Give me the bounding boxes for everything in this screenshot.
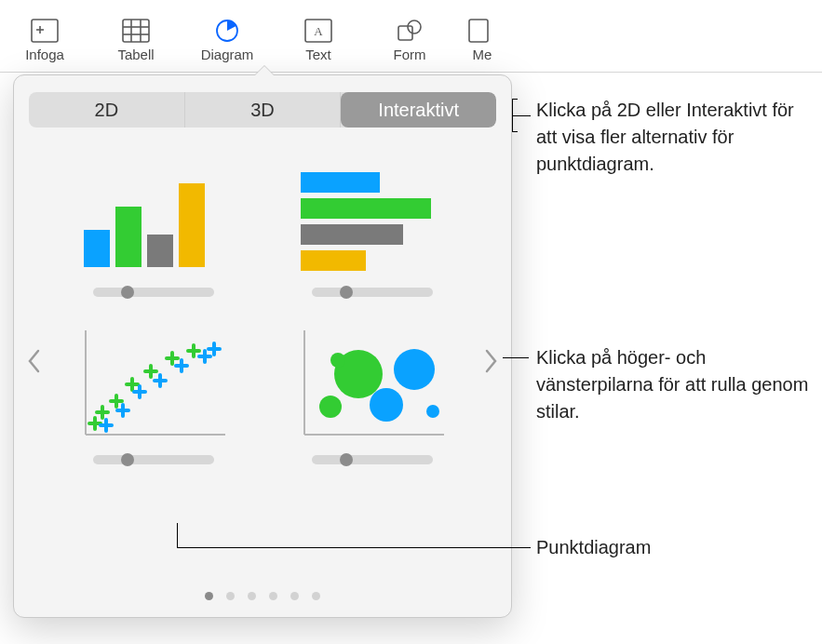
annotation-scatter: Punktdiagram <box>536 534 651 561</box>
toolbar-shape-label: Form <box>394 47 426 62</box>
page-dot[interactable] <box>312 592 320 600</box>
annotation-arrows: Klicka på höger- och vänsterpilarna för … <box>536 344 810 425</box>
chart-style-scatter[interactable] <box>64 323 242 464</box>
svg-rect-16 <box>147 235 173 267</box>
gallery-prev-arrow[interactable] <box>23 345 44 377</box>
toolbar-chart-label: Diagram <box>201 47 254 62</box>
toolbar-shape[interactable]: Form <box>372 18 447 62</box>
gallery-next-arrow[interactable] <box>481 345 502 377</box>
chart-style-bubble[interactable] <box>283 323 461 464</box>
svg-point-59 <box>426 405 439 418</box>
toolbar-text-label: Text <box>305 47 331 62</box>
annotations: Klicka på 2D eller Interaktivt för att v… <box>521 0 810 644</box>
svg-rect-15 <box>115 207 141 267</box>
tab-2d[interactable]: 2D <box>29 92 185 127</box>
svg-point-56 <box>370 388 403 422</box>
tab-3d[interactable]: 3D <box>185 92 342 127</box>
svg-rect-21 <box>301 250 366 271</box>
chart-icon <box>213 18 241 44</box>
page-dot[interactable] <box>205 592 213 600</box>
toolbar-insert[interactable]: Infoga <box>7 18 82 62</box>
table-icon <box>122 18 150 44</box>
svg-rect-13 <box>469 20 488 42</box>
color-slider[interactable] <box>312 288 433 297</box>
chart-style-gallery <box>29 144 496 464</box>
toolbar-text[interactable]: A Text <box>281 18 356 62</box>
toolbar-table-label: Tabell <box>117 47 154 62</box>
svg-point-12 <box>408 20 421 34</box>
toolbar-chart[interactable]: Diagram <box>190 18 264 62</box>
scatter-chart-thumb <box>74 323 233 444</box>
insert-icon <box>31 18 59 44</box>
chart-type-segmented-control: 2D 3D Interaktivt <box>29 92 496 127</box>
tab-interactive-label: Interaktivt <box>378 100 459 121</box>
page-dot[interactable] <box>226 592 235 600</box>
svg-point-54 <box>319 396 342 418</box>
toolbar-media[interactable]: Me <box>464 18 501 62</box>
page-dot[interactable] <box>269 592 277 600</box>
tab-2d-label: 2D <box>95 100 119 121</box>
page-dot[interactable] <box>248 592 256 600</box>
svg-rect-20 <box>301 224 403 245</box>
svg-point-57 <box>394 349 435 390</box>
media-icon <box>468 18 496 44</box>
color-slider[interactable] <box>93 288 214 297</box>
annotation-tabs: Klicka på 2D eller Interaktivt för att v… <box>536 97 810 178</box>
page-dots <box>14 592 511 600</box>
chart-style-column[interactable] <box>64 155 242 297</box>
svg-rect-18 <box>301 172 380 193</box>
svg-rect-3 <box>123 20 149 42</box>
page-dot[interactable] <box>290 592 299 600</box>
column-chart-thumb <box>74 155 233 276</box>
text-icon: A <box>304 18 332 44</box>
chart-style-bar-horizontal[interactable] <box>283 155 461 297</box>
color-slider[interactable] <box>312 455 433 464</box>
toolbar-media-label: Me <box>473 47 492 62</box>
toolbar-insert-label: Infoga <box>25 47 64 62</box>
svg-rect-17 <box>179 183 205 267</box>
bar-chart-thumb <box>293 155 451 276</box>
shape-icon <box>396 18 424 44</box>
svg-rect-0 <box>32 20 58 42</box>
chart-popover: 2D 3D Interaktivt <box>13 74 512 618</box>
toolbar-table[interactable]: Tabell <box>99 18 173 62</box>
svg-text:A: A <box>314 24 323 38</box>
tab-3d-label: 3D <box>250 100 275 121</box>
svg-rect-19 <box>301 198 431 219</box>
svg-point-58 <box>330 353 345 368</box>
tab-interactive[interactable]: Interaktivt <box>341 92 496 127</box>
svg-rect-14 <box>84 230 110 267</box>
color-slider[interactable] <box>93 455 214 464</box>
bubble-chart-thumb <box>293 323 451 444</box>
